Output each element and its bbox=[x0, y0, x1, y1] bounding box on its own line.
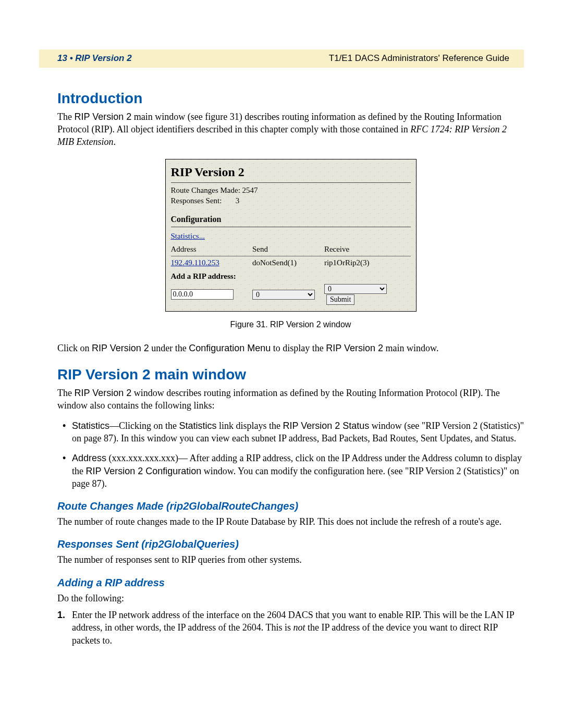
step-1: 1. Enter the IP network address of the i… bbox=[57, 609, 524, 647]
send-select[interactable]: 0 bbox=[252, 290, 315, 300]
col-address: Address bbox=[171, 243, 252, 256]
add-rip-row: Add a RIP address: bbox=[171, 269, 411, 282]
submit-button[interactable]: Submit bbox=[326, 294, 354, 305]
configuration-heading: Configuration bbox=[171, 214, 411, 225]
responses-sent-value: 3 bbox=[236, 196, 240, 205]
bullet-address: Address (xxx.xxx.xxx.xxx)— After adding … bbox=[57, 452, 524, 490]
term-rip-version-2: RIP Version 2 bbox=[74, 112, 131, 122]
heading-responses-sent: Responses Sent (rip2GlobalQueries) bbox=[57, 537, 524, 551]
bullet-statistics: Statistics—Clicking on the Statistics li… bbox=[57, 419, 524, 445]
rip-table: Address Send Receive 192.49.110.253 doNo… bbox=[171, 243, 411, 306]
statistics-link[interactable]: Statistics... bbox=[171, 232, 205, 240]
click-instruction: Click on RIP Version 2 under the Configu… bbox=[57, 342, 524, 354]
heading-main-window: RIP Version 2 main window bbox=[57, 365, 524, 385]
page: 13 • RIP Version 2 T1/E1 DACS Administra… bbox=[0, 50, 563, 728]
route-changes-value: 2547 bbox=[242, 186, 258, 194]
table-header-row: Address Send Receive bbox=[171, 243, 411, 256]
send-value: doNotSend(1) bbox=[252, 256, 324, 269]
add-rip-label: Add a RIP address: bbox=[171, 269, 411, 282]
route-changes-text: The number of route changes made to the … bbox=[57, 515, 524, 528]
col-send: Send bbox=[252, 243, 324, 256]
table-row: 192.49.110.253 doNotSend(1) rip1OrRip2(3… bbox=[171, 256, 411, 269]
heading-route-changes: Route Changes Made (rip2GlobalRouteChang… bbox=[57, 499, 524, 513]
content: Introduction The RIP Version 2 main wind… bbox=[57, 89, 524, 647]
adding-rip-intro: Do the following: bbox=[57, 592, 524, 604]
heading-adding-rip: Adding a RIP address bbox=[57, 576, 524, 590]
window-title: RIP Version 2 bbox=[171, 164, 411, 180]
receive-value: rip1OrRip2(3) bbox=[324, 256, 411, 269]
main-window-paragraph: The RIP Version 2 window describes routi… bbox=[57, 387, 524, 412]
running-header: 13 • RIP Version 2 T1/E1 DACS Administra… bbox=[39, 50, 524, 68]
responses-sent-row: Responses Sent: 3 bbox=[171, 195, 411, 206]
heading-introduction: Introduction bbox=[57, 89, 524, 108]
figure-31-window: RIP Version 2 Route Changes Made: 2547 R… bbox=[165, 159, 417, 312]
add-rip-controls: 0 0 Submit bbox=[171, 282, 411, 306]
header-right: T1/E1 DACS Administrators' Reference Gui… bbox=[329, 53, 509, 65]
col-receive: Receive bbox=[324, 243, 411, 256]
address-link[interactable]: 192.49.110.253 bbox=[171, 258, 219, 267]
header-left: 13 • RIP Version 2 bbox=[57, 53, 132, 65]
link-bullets: Statistics—Clicking on the Statistics li… bbox=[57, 419, 524, 490]
figure-caption: Figure 31. RIP Version 2 window bbox=[57, 319, 524, 330]
route-changes-row: Route Changes Made: 2547 bbox=[171, 185, 411, 195]
receive-select[interactable]: 0 bbox=[324, 284, 387, 294]
ip-input[interactable] bbox=[171, 289, 234, 300]
steps-list: 1. Enter the IP network address of the i… bbox=[57, 609, 524, 647]
responses-sent-text: The number of responses sent to RIP quer… bbox=[57, 553, 524, 566]
intro-paragraph: The RIP Version 2 main window (see figur… bbox=[57, 110, 524, 149]
